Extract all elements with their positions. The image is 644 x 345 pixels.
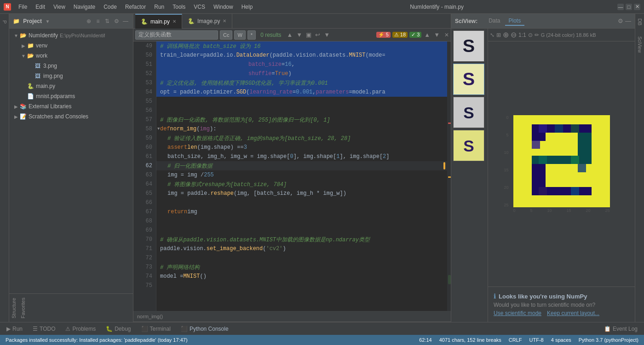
use-scientific-mode-link[interactable]: Use scientific mode (494, 310, 541, 316)
svg-rect-23 (539, 187, 547, 195)
warning-badge[interactable]: ⚠ 18 (392, 32, 408, 38)
search-filter-icon[interactable]: ▼ (323, 31, 331, 38)
menu-code[interactable]: Code (100, 3, 121, 11)
bottom-tab-problems[interactable]: ⚠ Problems (61, 325, 100, 333)
zoom-out-icon[interactable]: ⊖ (511, 30, 517, 39)
menu-tools[interactable]: Tools (169, 3, 189, 11)
sciview-tabs: Data Plots (485, 17, 524, 26)
sidebar-toolbar: ⊕ ≡ ⇅ ⚙ — (85, 18, 129, 25)
bottom-tab-debug[interactable]: 🐛 Debug (101, 325, 135, 333)
event-log-tab[interactable]: 📋 Event Log (599, 325, 642, 333)
tab-imagepy[interactable]: 🐍 Image.py ✕ (182, 14, 232, 29)
database-icon[interactable]: DB (636, 16, 644, 28)
line-68: 68 (133, 216, 156, 226)
search-options-cc[interactable]: Cc (220, 30, 232, 40)
menu-window[interactable]: Window (210, 3, 237, 11)
line-73: 73 (133, 263, 156, 272)
menu-edit[interactable]: Edit (32, 3, 49, 11)
status-python[interactable]: Python 3.7 (pythonProject) (577, 337, 640, 343)
tree-item-external[interactable]: ▶ 📚 External Libraries (9, 101, 133, 111)
locate-file-icon[interactable]: ⊕ (85, 18, 92, 25)
collapse-all-icon[interactable]: ≡ (94, 18, 102, 25)
sciview-thumb-2[interactable]: S (453, 64, 484, 95)
tree-item-mainpy[interactable]: ▶ 🐍 main.py (9, 81, 133, 91)
tab-label-main: main.py (150, 18, 170, 25)
tree-item-scratches[interactable]: ▶ 📝 Scratches and Consoles (9, 111, 133, 122)
menu-vcs[interactable]: VCS (190, 3, 209, 11)
expand-icon[interactable]: ⤡ (490, 32, 494, 38)
sciview-settings-icon[interactable]: ⚙ (618, 18, 623, 24)
minimize-button[interactable]: — (617, 4, 624, 10)
close-search-button[interactable]: ✕ (444, 32, 449, 38)
close-tab-main[interactable]: ✕ (172, 19, 176, 24)
search-prev-icon[interactable]: ▲ (286, 31, 293, 38)
zoom-custom-icon[interactable]: ⊙ (528, 32, 533, 38)
error-badge[interactable]: ⚡ 5 (376, 32, 391, 38)
maximize-button[interactable]: □ (626, 4, 632, 10)
bottom-tab-run[interactable]: ▶ Run (2, 325, 27, 333)
sciview-minimize-icon[interactable]: — (625, 18, 631, 24)
tree-item-mnist[interactable]: ▶ 📄 mnist.pdparams (9, 91, 133, 101)
search-input[interactable] (135, 30, 218, 40)
search-next-icon[interactable]: ▼ (295, 31, 303, 38)
status-position[interactable]: 62:14 (417, 337, 434, 343)
sciview-icon[interactable]: SciView (636, 34, 643, 55)
status-indent[interactable]: 4 spaces (549, 337, 573, 343)
sort-icon[interactable]: ⇅ (104, 18, 111, 25)
bottom-tab-python-console[interactable]: ⬛ Python Console (176, 325, 233, 333)
tab-mainpy[interactable]: 🐍 main.py ✕ (135, 14, 182, 29)
expand-arrow: ▼ (13, 33, 19, 38)
tree-item-venv[interactable]: ▶ 📁 venv (9, 41, 133, 51)
hint-badge[interactable]: ✓ 3 (409, 32, 421, 38)
zoom-fit-icon[interactable]: 1:1 (518, 32, 526, 38)
sciview-thumb-3[interactable]: S (453, 97, 484, 128)
sciview-thumb-4[interactable]: S (453, 130, 484, 161)
app-logo: N (4, 3, 11, 11)
edit-icon[interactable]: ✏ (535, 32, 539, 38)
tree-item-work[interactable]: ▼ 📂 work (9, 51, 133, 61)
code-line-64: # 将图像形式reshape为[batch_size, 784] (156, 180, 447, 189)
search-options-w[interactable]: W (234, 30, 245, 40)
close-sidebar-icon[interactable]: — (122, 18, 129, 25)
menu-refactor[interactable]: Refactor (121, 3, 150, 11)
svg-text:S: S (463, 69, 475, 89)
search-options-regex[interactable]: * (247, 30, 256, 40)
menu-help[interactable]: Help (238, 3, 257, 11)
scratches-label: Scratches and Consoles (29, 113, 88, 120)
sciview-thumb-1[interactable]: S (453, 30, 484, 62)
bottom-tab-todo[interactable]: ☰ TODO (28, 325, 60, 333)
search-wrap-icon[interactable]: ↩ (314, 31, 321, 38)
library-icon: 📚 (19, 103, 27, 110)
status-crlf[interactable]: CRLF (507, 337, 524, 343)
status-encoding[interactable]: UTF-8 (528, 337, 546, 343)
code-content[interactable]: # 训练网络批次 batch_size 设为 16 train_loader =… (156, 41, 447, 311)
right-strip: DB SciView (635, 14, 644, 322)
bottom-tab-terminal[interactable]: ⬛ Terminal (137, 325, 175, 333)
sciview-tab-plots[interactable]: Plots (505, 17, 525, 26)
menu-navigate[interactable]: Navigate (70, 3, 99, 11)
settings-icon[interactable]: ⚙ (113, 18, 120, 25)
tree-item-numidentify[interactable]: ▼ 📂 NumIdentify E:\pyPro\NumIdentif (9, 30, 133, 41)
line-57: 57 (133, 115, 156, 124)
code-line-74: model = MNIST() (156, 272, 447, 281)
keep-layout-link[interactable]: Keep current layout... (547, 310, 599, 316)
menu-view[interactable]: View (50, 3, 69, 11)
tree-item-3png[interactable]: ▶ 🖼 3.png (9, 61, 133, 71)
warnings-expand-icon[interactable]: ▲ (423, 31, 431, 38)
structure-label[interactable]: Structure (9, 294, 18, 322)
line-75: 75 (133, 281, 156, 290)
close-tab-image[interactable]: ✕ (223, 18, 226, 23)
grid-icon[interactable]: ⊞ (496, 32, 501, 38)
numpy-popup: ℹ Looks like you're using NumPy Would yo… (488, 287, 635, 322)
warnings-collapse-icon[interactable]: ▼ (433, 31, 441, 38)
favorites-label[interactable]: Favorites (18, 294, 28, 322)
project-icon[interactable]: P (1, 18, 8, 26)
tree-item-imgpng[interactable]: ▶ 🖼 img.png (9, 71, 133, 81)
menu-file[interactable]: File (15, 3, 31, 11)
menu-run[interactable]: Run (150, 3, 168, 11)
close-button[interactable]: ✕ (634, 4, 640, 10)
status-chars: 4071 chars, 152 line breaks (437, 337, 503, 343)
search-all-icon[interactable]: ▣ (305, 31, 312, 38)
zoom-in-icon[interactable]: ⊕ (503, 30, 509, 39)
sciview-tab-data[interactable]: Data (485, 17, 504, 26)
